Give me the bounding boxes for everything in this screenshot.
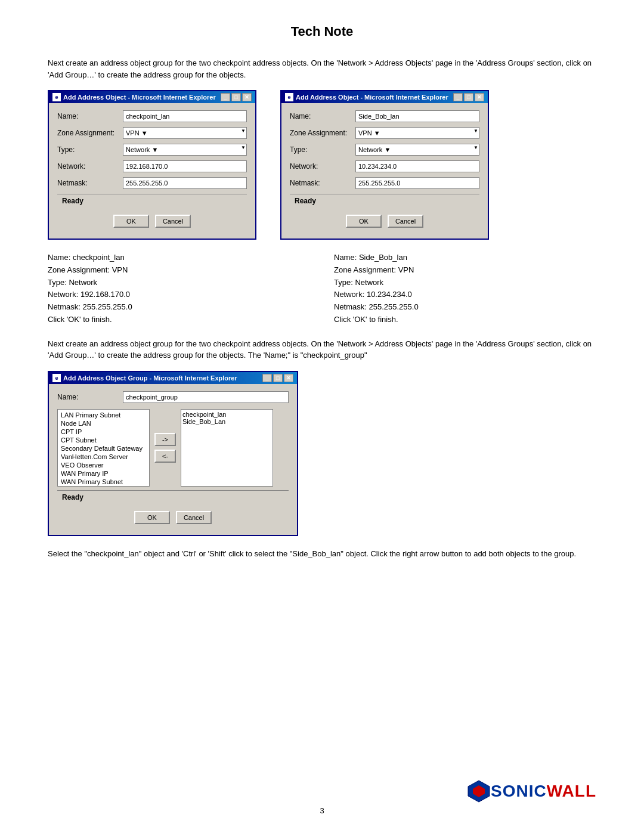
dialog-right-title: Add Address Object - Microsoft Internet … [296, 94, 448, 101]
list-item[interactable]: VanHetten.Com Server [59, 453, 148, 461]
page-container: Tech Note Next create an address object … [0, 0, 644, 617]
paragraph3: Select the "checkpoint_lan" object and '… [48, 548, 596, 560]
logo-text: SONICWALL [491, 782, 596, 801]
input-group-name[interactable] [123, 391, 289, 403]
form-row-name-left: Name: [57, 110, 247, 122]
dialog-left-title: Add Address Object - Microsoft Internet … [63, 94, 216, 101]
info-left-line5: Netmask: 255.255.255.0 [48, 301, 310, 314]
field-netmask-right[interactable] [355, 177, 479, 189]
input-network-right[interactable] [355, 160, 479, 172]
maximize-button-right[interactable]: □ [464, 93, 473, 101]
form-row-netmask-left: Netmask: [57, 177, 247, 189]
list-item[interactable]: Node LAN [59, 419, 148, 428]
group-cancel-button[interactable]: Cancel [176, 511, 212, 524]
form-row-zone-right: Zone Assignment: VPN ▼ [290, 127, 479, 139]
field-network-left[interactable] [123, 160, 247, 172]
input-network-left[interactable] [123, 160, 247, 172]
label-group-name: Name: [57, 393, 123, 401]
select-type-left[interactable]: Network ▼ [123, 144, 247, 156]
label-network-right: Network: [290, 162, 355, 171]
list-item[interactable]: VEO Observer [59, 461, 148, 469]
group-lists-row: LAN Primary Subnet Node LAN CPT IP CPT S… [57, 409, 289, 487]
maximize-button[interactable]: □ [231, 93, 241, 101]
field-network-right[interactable] [355, 160, 479, 172]
form-row-name-right: Name: [290, 110, 479, 122]
list-item[interactable]: Secondary Default Gateway [59, 444, 148, 453]
label-zone-left: Zone Assignment: [57, 129, 123, 137]
input-name-right[interactable] [355, 110, 479, 122]
field-name-left[interactable] [123, 110, 247, 122]
available-objects-list[interactable]: LAN Primary Subnet Node LAN CPT IP CPT S… [57, 409, 150, 487]
minimize-button[interactable]: _ [221, 93, 230, 101]
info-right-line1: Name: Side_Bob_lan [334, 252, 596, 264]
cancel-button-left[interactable]: Cancel [155, 215, 191, 228]
list-item[interactable]: WAN Primary IP [59, 469, 148, 478]
paragraph1: Next create an address object group for … [48, 57, 596, 80]
dialog-left-titlebar-buttons[interactable]: _ □ ✕ [221, 93, 252, 101]
select-zone-value-left[interactable]: VPN ▼ [123, 127, 247, 139]
input-netmask-left[interactable] [123, 177, 247, 189]
info-right-line6: Click 'OK' to finish. [334, 314, 596, 326]
status-left: Ready [57, 194, 247, 208]
group-maximize-button[interactable]: □ [273, 374, 283, 382]
ok-button-right[interactable]: OK [346, 215, 382, 228]
dialog-right-body: Name: Zone Assignment: VPN ▼ Type: Netwo… [281, 103, 488, 239]
move-right-button[interactable]: -> [154, 433, 176, 446]
group-ok-button[interactable]: OK [134, 511, 170, 524]
select-zone-left[interactable]: VPN ▼ [123, 127, 247, 139]
sonicwall-logo-icon [467, 779, 491, 803]
dialog-left-body: Name: Zone Assignment: VPN ▼ Type: Netwo… [49, 103, 255, 239]
info-right: Name: Side_Bob_lan Zone Assignment: VPN … [334, 252, 596, 326]
input-netmask-right[interactable] [355, 177, 479, 189]
move-left-button[interactable]: <- [154, 450, 176, 463]
list-item[interactable]: Side_Bob_Lan [182, 418, 271, 425]
info-left-line2: Zone Assignment: VPN [48, 264, 310, 277]
dialog-left-footer: OK Cancel [57, 211, 247, 233]
field-group-name[interactable] [123, 391, 289, 403]
group-close-button[interactable]: ✕ [284, 374, 293, 382]
page-title: Tech Note [48, 24, 596, 39]
page-number: 3 [320, 806, 324, 815]
group-status: Ready [57, 490, 289, 504]
form-row-group-name: Name: [57, 391, 289, 403]
dialog-left-icon: e [52, 93, 61, 101]
field-name-right[interactable] [355, 110, 479, 122]
label-name-right: Name: [290, 112, 355, 120]
logo-wall: WALL [547, 782, 596, 800]
select-zone-right[interactable]: VPN ▼ [355, 127, 479, 139]
label-name-left: Name: [57, 112, 123, 120]
list-item[interactable]: CPT IP [59, 428, 148, 436]
field-netmask-left[interactable] [123, 177, 247, 189]
list-item[interactable]: CPT Subnet [59, 436, 148, 444]
group-minimize-button[interactable]: _ [262, 374, 272, 382]
select-zone-value-right[interactable]: VPN ▼ [355, 127, 479, 139]
form-row-network-right: Network: [290, 160, 479, 172]
info-columns: Name: checkpoint_lan Zone Assignment: VP… [48, 252, 596, 326]
cancel-button-right[interactable]: Cancel [388, 215, 423, 228]
list-item[interactable]: WAN Primary Subnet [59, 478, 148, 486]
info-left-line6: Click 'OK' to finish. [48, 314, 310, 326]
group-dialog-titlebar-buttons[interactable]: _ □ ✕ [262, 374, 293, 382]
close-button-right[interactable]: ✕ [475, 93, 484, 101]
select-type-right[interactable]: Network ▼ [355, 144, 479, 156]
label-netmask-right: Netmask: [290, 179, 355, 187]
selected-objects-list[interactable]: checkpoint_lan Side_Bob_Lan [181, 409, 273, 487]
dialog-right-footer: OK Cancel [290, 211, 479, 233]
group-dialog-icon: e [52, 374, 61, 382]
dialog-right-titlebar-buttons[interactable]: _ □ ✕ [453, 93, 484, 101]
info-left: Name: checkpoint_lan Zone Assignment: VP… [48, 252, 310, 326]
input-name-left[interactable] [123, 110, 247, 122]
list-item[interactable]: LAN Primary Subnet [59, 411, 148, 419]
label-network-left: Network: [57, 162, 123, 171]
select-type-value-right[interactable]: Network ▼ [355, 144, 479, 156]
ok-button-left[interactable]: OK [113, 215, 149, 228]
list-item[interactable]: checkpoint_lan [182, 411, 271, 418]
logo-sonic: SONIC [491, 782, 547, 800]
select-type-value-left[interactable]: Network ▼ [123, 144, 247, 156]
dialogs-row-1: e Add Address Object - Microsoft Interne… [48, 90, 596, 240]
form-row-netmask-right: Netmask: [290, 177, 479, 189]
form-row-type-right: Type: Network ▼ [290, 144, 479, 156]
close-button[interactable]: ✕ [242, 93, 252, 101]
dialog-right: e Add Address Object - Microsoft Interne… [280, 90, 489, 240]
minimize-button-right[interactable]: _ [453, 93, 463, 101]
